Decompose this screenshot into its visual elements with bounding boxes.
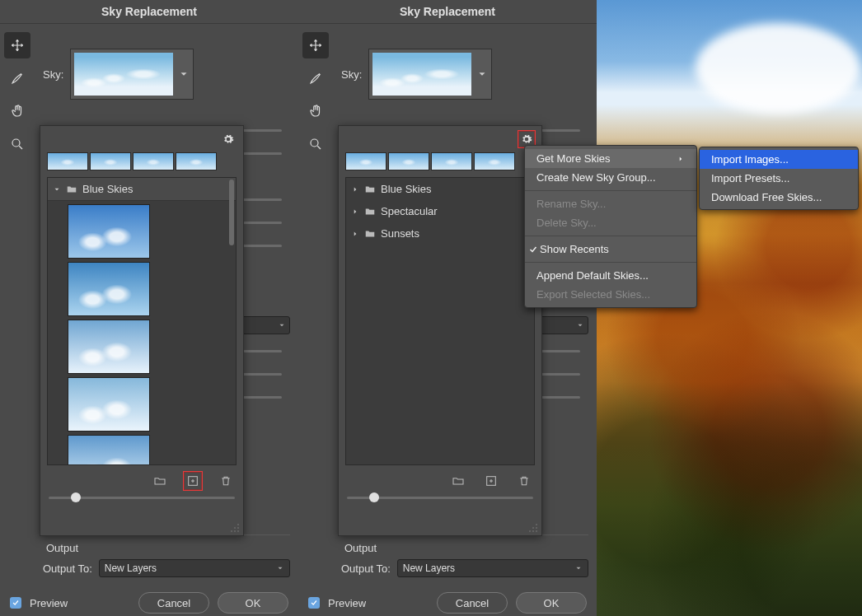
checkmark-icon [528, 245, 538, 254]
brush-tool-icon[interactable] [4, 65, 30, 91]
folder-icon [364, 206, 376, 217]
output-to-value: New Layers [403, 562, 455, 574]
zoom-tool-icon[interactable] [4, 131, 30, 157]
chevron-right-icon [351, 208, 359, 216]
trash-icon[interactable] [515, 472, 533, 490]
sky-preset-thumb[interactable] [68, 377, 150, 432]
sky-preset-picker[interactable] [70, 49, 194, 100]
gear-icon[interactable] [220, 131, 237, 147]
recent-sky-thumb[interactable] [474, 152, 515, 170]
menu-separator [525, 262, 696, 263]
svg-point-6 [231, 530, 232, 532]
thumbnail-size-slider[interactable] [339, 497, 541, 504]
sky-preset-picker[interactable] [368, 49, 492, 100]
panel-title: Sky Replacement [298, 0, 597, 24]
svg-point-5 [237, 527, 239, 529]
sky-preset-thumb[interactable] [68, 320, 150, 374]
output-to-value: New Layers [105, 562, 157, 574]
recent-skies-row [339, 152, 541, 177]
recent-sky-thumb[interactable] [388, 152, 429, 170]
cancel-button[interactable]: Cancel [437, 592, 508, 614]
recent-sky-thumb[interactable] [431, 152, 472, 170]
recent-sky-thumb[interactable] [47, 152, 88, 170]
menu-append-default-skies[interactable]: Append Default Skies... [525, 266, 696, 285]
recent-sky-thumb[interactable] [133, 152, 174, 170]
preview-checkbox[interactable] [10, 597, 21, 609]
sky-preset-thumb[interactable] [68, 435, 150, 465]
add-sky-icon[interactable] [184, 472, 202, 490]
svg-point-11 [532, 527, 534, 529]
tree-folder-label: Spectacular [381, 205, 438, 217]
panel-toolbar [298, 24, 333, 584]
move-tool-icon[interactable] [302, 32, 329, 58]
svg-point-0 [12, 139, 20, 147]
cancel-button[interactable]: Cancel [138, 592, 209, 614]
tree-folder-label: Sunsets [381, 227, 419, 240]
menu-delete-sky: Delete Sky... [525, 213, 696, 232]
svg-point-7 [234, 530, 236, 532]
menu-create-new-sky-group[interactable]: Create New Sky Group... [525, 168, 696, 187]
svg-point-1 [311, 139, 318, 147]
trash-icon[interactable] [217, 472, 235, 490]
submenu-import-presets[interactable]: Import Presets... [700, 169, 858, 188]
panel-footer: Preview Cancel OK [298, 584, 597, 616]
zoom-tool-icon[interactable] [302, 131, 329, 157]
sky-preset-thumb[interactable] [68, 262, 150, 316]
preview-checkbox[interactable] [308, 597, 320, 609]
recent-sky-thumb[interactable] [176, 152, 217, 170]
sky-tree[interactable]: Blue Skies Spectacular Sunsets [345, 177, 535, 465]
folder-icon[interactable] [449, 472, 467, 490]
menu-get-more-skies[interactable]: Get More Skies [525, 149, 696, 168]
output-to-select[interactable]: New Layers [397, 559, 588, 577]
ok-button[interactable]: OK [218, 592, 288, 614]
chevron-right-icon [351, 230, 359, 238]
sky-tree[interactable]: Blue Skies [47, 177, 237, 465]
chevron-right-icon [677, 155, 685, 163]
menu-separator [525, 190, 696, 191]
sky-label: Sky: [341, 68, 362, 81]
submenu-import-images[interactable]: Import Images... [700, 150, 858, 169]
sky-thumbnails [48, 201, 236, 465]
menu-rename-sky: Rename Sky... [525, 194, 696, 213]
thumbnail-size-slider[interactable] [40, 497, 243, 504]
output-section: Output Output To: New Layers [341, 534, 588, 577]
tree-folder-blue-skies[interactable]: Blue Skies [48, 178, 236, 201]
ok-button[interactable]: OK [516, 592, 587, 614]
hand-tool-icon[interactable] [302, 98, 329, 124]
resize-grip-icon[interactable] [528, 523, 538, 533]
add-sky-icon[interactable] [482, 472, 500, 490]
svg-point-14 [532, 530, 534, 532]
tree-folder-blue-skies[interactable]: Blue Skies [346, 178, 534, 200]
sky-thumbnail [372, 53, 471, 96]
sky-preset-thumb[interactable] [68, 204, 150, 259]
output-to-select[interactable]: New Layers [99, 559, 290, 577]
svg-point-3 [237, 524, 239, 525]
svg-point-10 [536, 524, 537, 525]
svg-point-13 [529, 530, 531, 532]
panel-footer: Preview Cancel OK [0, 584, 298, 616]
sky-picker-popover-right: Blue Skies Spectacular Sunsets [338, 125, 542, 536]
sky-label: Sky: [43, 68, 63, 81]
resize-grip-icon[interactable] [230, 523, 240, 533]
sky-picker-popover-left: Blue Skies [40, 125, 244, 536]
output-heading: Output [43, 542, 290, 554]
move-tool-icon[interactable] [4, 32, 30, 58]
get-more-skies-submenu: Import Images... Import Presets... Downl… [699, 147, 859, 210]
preview-label: Preview [328, 597, 366, 609]
tree-folder-sunsets[interactable]: Sunsets [346, 222, 534, 245]
chevron-down-icon [53, 185, 61, 194]
folder-icon [66, 184, 77, 195]
menu-show-recents[interactable]: Show Recents [525, 240, 696, 259]
brush-tool-icon[interactable] [302, 65, 329, 91]
hand-tool-icon[interactable] [4, 98, 30, 124]
folder-icon[interactable] [151, 472, 169, 490]
recent-sky-thumb[interactable] [90, 152, 131, 170]
recent-sky-thumb[interactable] [345, 152, 386, 170]
chevron-right-icon [351, 185, 359, 194]
preview-label: Preview [30, 597, 68, 609]
submenu-download-free-skies[interactable]: Download Free Skies... [700, 188, 858, 207]
scrollbar-thumb[interactable] [229, 180, 234, 245]
tree-folder-spectacular[interactable]: Spectacular [346, 200, 534, 222]
gear-context-menu: Get More Skies Create New Sky Group... R… [524, 145, 697, 308]
folder-icon [364, 228, 376, 240]
